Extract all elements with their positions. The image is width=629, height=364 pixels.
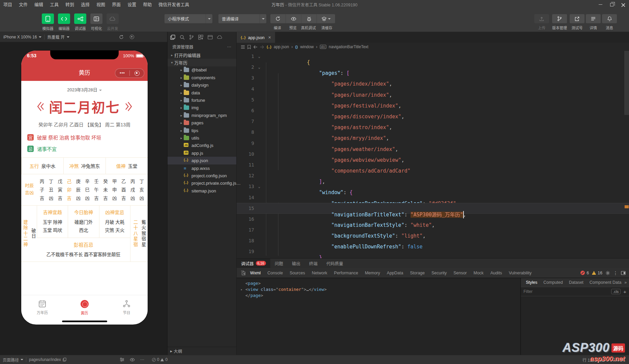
devtools-tab[interactable]: Network: [308, 271, 331, 275]
message-button[interactable]: 消息: [601, 14, 618, 30]
hot-reload-toggle[interactable]: 热重载 开: [47, 34, 69, 40]
language-mode[interactable]: JSON: [613, 357, 624, 362]
tab-app-json[interactable]: {..} app.json ×: [237, 32, 275, 43]
devtools-tab[interactable]: Wxml: [247, 271, 264, 275]
refresh-icon[interactable]: [119, 35, 124, 39]
debugger-tab[interactable]: 调试器 6,16: [237, 259, 270, 268]
maximize-button[interactable]: [606, 0, 618, 9]
editor-scrollbar[interactable]: [624, 51, 629, 115]
tab-jieri[interactable]: 节日: [106, 295, 148, 320]
window-icon[interactable]: [208, 35, 213, 39]
devtools-tab[interactable]: Sensor: [450, 271, 470, 275]
tree-item[interactable]: ▸ miniprogram_npm: [168, 112, 236, 119]
dock-icon[interactable]: [621, 271, 626, 275]
wxml-node[interactable]: </page>: [241, 293, 520, 299]
menu-item[interactable]: 工具: [47, 0, 62, 9]
mode-select[interactable]: 小程序模式: [164, 14, 212, 23]
tree-item[interactable]: ▸ img: [168, 104, 236, 112]
cloud-dev-button[interactable]: 云开发: [103, 13, 122, 31]
outline-icon[interactable]: [241, 45, 245, 49]
git-branch-icon[interactable]: [189, 35, 194, 40]
current-page-path[interactable]: pages/lunar/index: [26, 355, 69, 364]
gear-icon[interactable]: [605, 271, 610, 275]
menu-item[interactable]: 帮助: [140, 0, 155, 9]
search-icon[interactable]: [180, 35, 185, 40]
more-icon[interactable]: ⋯: [227, 44, 232, 49]
menu-item[interactable]: 转到: [62, 0, 78, 9]
menu-item[interactable]: 视图: [93, 0, 109, 9]
eye-icon[interactable]: [130, 358, 135, 362]
prev-day-arrow[interactable]: [36, 101, 44, 112]
debugger-tab[interactable]: 终端: [305, 259, 322, 268]
wxml-tree[interactable]: <page> ▸ <view class="container">…</view…: [237, 278, 520, 355]
record-icon[interactable]: [130, 35, 134, 39]
tree-item[interactable]: app.json: [168, 157, 236, 164]
forward-icon[interactable]: [260, 45, 264, 49]
tree-item[interactable]: ▸ utils: [168, 134, 236, 142]
menu-item[interactable]: 界面: [109, 0, 124, 9]
menu-item[interactable]: 项目: [0, 0, 16, 9]
crumb-object[interactable]: window: [300, 44, 314, 49]
date-picker[interactable]: 2023年3月28日: [21, 81, 148, 93]
upload-button[interactable]: 上传: [533, 14, 550, 30]
device-select[interactable]: iPhone X 100% 16: [3, 35, 41, 39]
devtools-tab[interactable]: AppData: [384, 271, 407, 275]
open-editors-section[interactable]: ▸打开的编辑器: [168, 51, 236, 59]
crumb-file[interactable]: app.json: [274, 44, 289, 49]
cls-button[interactable]: .cls: [611, 289, 621, 294]
tree-item[interactable]: ▸ fortune: [168, 96, 236, 104]
copy-icon[interactable]: [63, 358, 66, 362]
tree-item[interactable]: app.js: [168, 149, 236, 157]
tree-item[interactable]: ▸ components: [168, 74, 236, 81]
menu-item[interactable]: 设置: [124, 0, 140, 9]
tree-item[interactable]: ▸ dailysign: [168, 82, 236, 89]
tree-item[interactable]: sitemap.json: [168, 187, 236, 194]
more-button[interactable]: •••: [115, 69, 129, 78]
fold-icon[interactable]: ⌄: [254, 184, 264, 189]
wxml-node[interactable]: <page>: [241, 280, 520, 286]
test-account-button[interactable]: 测试号: [568, 14, 586, 30]
menu-item[interactable]: 文件: [16, 0, 31, 9]
more-icon[interactable]: ⋯: [140, 357, 145, 362]
inspect-icon[interactable]: [241, 271, 245, 275]
menu-item[interactable]: 选择: [78, 0, 93, 9]
tab-wannianli[interactable]: 万年历: [21, 295, 63, 320]
kebab-icon[interactable]: ⋮: [613, 270, 618, 276]
compile-button[interactable]: [270, 14, 286, 23]
add-style-button[interactable]: +: [623, 289, 626, 295]
back-icon[interactable]: [253, 45, 258, 49]
chevrons-icon[interactable]: »: [624, 280, 627, 285]
devtools-tab[interactable]: Vulnerability: [505, 271, 535, 275]
crumb-property[interactable]: navigationBarTitleText: [329, 44, 368, 49]
minimize-button[interactable]: [595, 0, 606, 9]
devtools-tab[interactable]: Memory: [361, 271, 383, 275]
devtools-tab[interactable]: Performance: [331, 271, 362, 275]
styles-tab[interactable]: Dataset: [566, 280, 587, 285]
device-debug-button[interactable]: [301, 14, 317, 23]
code-editor[interactable]: 1 ⌄ { 2 ⌄ "pages": [: [237, 51, 629, 258]
debugger-tab[interactable]: 问题: [270, 259, 288, 268]
tree-item[interactable]: ▸ pages: [168, 119, 236, 127]
styles-tab[interactable]: Component Data: [587, 280, 625, 285]
debugger-tab[interactable]: 输出: [288, 259, 305, 268]
bookmark-icon[interactable]: [247, 45, 251, 49]
clear-cache-button[interactable]: [317, 14, 335, 23]
cursor-position[interactable]: 行 15, 列 48: [582, 357, 604, 363]
menu-item[interactable]: 微信开发者工具: [155, 0, 192, 9]
sliders-icon[interactable]: [120, 358, 124, 362]
compile-mode-select[interactable]: 普通编译: [218, 14, 266, 23]
version-control-button[interactable]: 版本管理: [551, 14, 568, 30]
problems-counter[interactable]: 0 0: [152, 357, 168, 362]
cloud-icon[interactable]: [217, 35, 222, 39]
devtools-tab[interactable]: Security: [428, 271, 450, 275]
fold-icon[interactable]: ⌄: [254, 65, 264, 69]
styles-tab[interactable]: Computed: [540, 280, 566, 285]
devtools-tab[interactable]: Sources: [286, 271, 308, 275]
styles-tab[interactable]: Styles: [523, 280, 540, 285]
close-tab-icon[interactable]: ×: [268, 35, 271, 40]
tab-huangli[interactable]: 黄历: [63, 295, 106, 320]
next-day-arrow[interactable]: [125, 101, 133, 112]
wxml-node[interactable]: ▸ <view class="container">…</view>: [241, 286, 520, 293]
tree-item[interactable]: adConfig.js: [168, 142, 236, 149]
blocks-icon[interactable]: [198, 35, 203, 40]
